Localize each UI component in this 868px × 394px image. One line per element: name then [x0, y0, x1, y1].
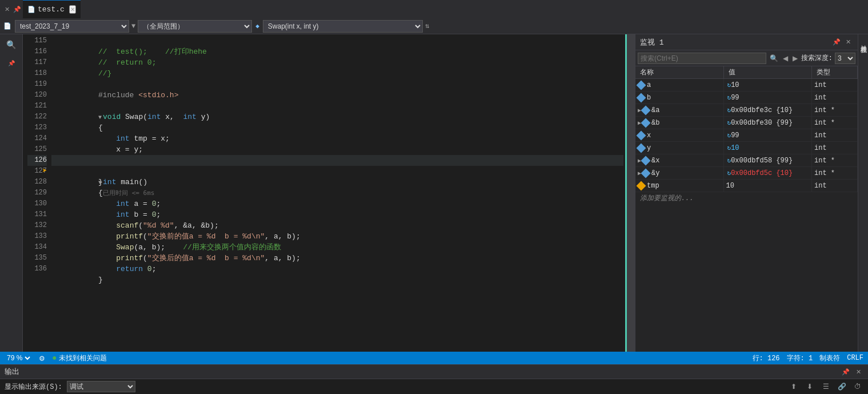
- editor-area[interactable]: 115 116 117 118 119 120 121 122 123 124 …: [23, 34, 635, 352]
- scope-selector[interactable]: （全局范围）: [138, 20, 252, 33]
- zoom-select[interactable]: 79 %: [5, 353, 32, 363]
- right-panel-label[interactable]: 并行堆栈 1: [859, 41, 867, 49]
- watch-panel-header: 监视 1 📌 ✕: [635, 34, 858, 50]
- watch-row-x[interactable]: x ↻ 99 int: [635, 129, 858, 142]
- watch-cell-name-a: a: [635, 79, 724, 91]
- watch-cell-name-addr-x: ▶ &x: [635, 154, 724, 166]
- output-pin-icon[interactable]: 📌: [841, 367, 851, 377]
- watch-cell-type-a: int: [812, 79, 858, 91]
- status-settings-icon[interactable]: ⚙: [39, 354, 45, 363]
- diamond-icon-addr-a: [641, 105, 651, 115]
- code-line-128: {: [51, 177, 623, 188]
- code-line-116: // return 0;: [51, 46, 623, 57]
- refresh-icon-addr-a: ↻: [727, 106, 731, 114]
- watch-pin-icon[interactable]: 📌: [831, 37, 842, 47]
- watch-cell-name-x: x: [635, 129, 724, 141]
- watch-row-a[interactable]: a ↻ 10 int: [635, 79, 858, 91]
- output-link-icon[interactable]: 🔗: [836, 381, 847, 392]
- status-ok-icon: ●: [52, 353, 57, 363]
- pin-sidebar-icon[interactable]: 📌: [3, 55, 19, 71]
- watch-close-icon[interactable]: ✕: [843, 37, 853, 47]
- code-line-135: return 0;: [51, 253, 623, 264]
- diamond-icon-addr-y: [641, 168, 651, 178]
- watch-row-y[interactable]: y ↻ 10 int: [635, 142, 858, 154]
- output-scroll-up-icon[interactable]: ⬆: [788, 381, 799, 392]
- tab-info: 制表符: [819, 353, 840, 363]
- code-line-119: #include <stdio.h>: [51, 79, 623, 90]
- toolbar-file-icon: 📄: [1, 22, 14, 30]
- code-line-120: [51, 90, 623, 101]
- diamond-icon-a: [637, 80, 646, 90]
- output-title: 输出: [5, 367, 19, 377]
- watch-cell-name-addr-a: ▶ &a: [635, 104, 724, 116]
- depth-select[interactable]: 3: [835, 53, 855, 64]
- settings-icon: ⚙: [39, 355, 45, 363]
- line-numbers: 115 116 117 118 119 120 121 122 123 124 …: [23, 34, 51, 352]
- watch-cell-name-b: b: [635, 91, 724, 104]
- editor-scrollbar[interactable]: [627, 34, 635, 352]
- output-scroll-down-icon[interactable]: ⬇: [804, 381, 815, 392]
- output-source-select[interactable]: 调试: [67, 381, 135, 392]
- search-icon[interactable]: 🔍: [3, 37, 19, 53]
- code-line-118: [51, 68, 623, 79]
- watch-row-addr-y[interactable]: ▶ &y ↻ 0x00dbfd5c {10} int *: [635, 167, 858, 180]
- zoom-control[interactable]: 79 %: [5, 353, 32, 363]
- output-menu-icon[interactable]: ☰: [820, 381, 831, 392]
- watch-search-input[interactable]: [638, 53, 766, 64]
- main-area: 🔍 📌 115 116 117 118 119 120 121 122 123 …: [0, 34, 868, 352]
- output-timer-icon[interactable]: ⏱: [852, 381, 863, 392]
- status-tab: 制表符: [819, 353, 840, 363]
- refresh-icon-addr-x: ↻: [727, 157, 731, 164]
- scope-arrow: ▼: [130, 22, 137, 30]
- refresh-icon-x: ↻: [727, 132, 731, 139]
- watch-cell-value-tmp: 10: [724, 180, 813, 192]
- watch-cell-value-addr-a: ↻ 0x00dbfe3c {10}: [724, 104, 813, 116]
- watch-col-name: 名称: [635, 66, 724, 78]
- func-arrow-down: ⇅: [424, 22, 430, 30]
- watch-row-b[interactable]: b ↻ 99 int: [635, 91, 858, 104]
- file-tab-name: test.c: [38, 5, 65, 14]
- code-line-127: ▼int main(): [51, 166, 623, 177]
- output-body: 显示输出来源(S): 调试 ⬆ ⬇ ☰ 🔗 ⏱: [0, 379, 868, 394]
- watch-cell-type-addr-a: int *: [812, 104, 858, 116]
- add-watch-row[interactable]: 添加要监视的...: [635, 192, 858, 204]
- status-char: 字符: 1: [787, 353, 813, 363]
- debug-arrow-icon: ➤: [42, 166, 47, 177]
- watch-col-type: 类型: [812, 66, 858, 78]
- refresh-icon-y: ↻: [727, 144, 731, 152]
- status-line-ending: CRLF: [847, 354, 863, 362]
- file-tab-close[interactable]: ✕: [69, 5, 76, 14]
- watch-row-tmp[interactable]: tmp 10 int: [635, 180, 858, 192]
- code-line-121: ▼void Swap(int x, int y): [51, 101, 623, 112]
- watch-row-addr-a[interactable]: ▶ &a ↻ 0x00dbfe3c {10} int *: [635, 104, 858, 117]
- watch-cell-value-b: ↻ 99: [724, 91, 813, 104]
- diamond-orange-icon-tmp: [637, 181, 646, 190]
- code-line-133: Swap(a, b); //用来交换两个值内容的函数: [51, 231, 623, 242]
- refresh-icon-addr-y: ↻: [727, 169, 731, 177]
- left-sidebar: 🔍 📌: [0, 34, 23, 352]
- status-problem: ● 未找到相关问题: [52, 353, 107, 363]
- watch-cell-type-addr-y: int *: [812, 167, 858, 179]
- watch-row-addr-x[interactable]: ▶ &x ↻ 0x00dbfd58 {99} int *: [635, 154, 858, 167]
- watch-toolbar: 🔍 ◀ ▶ 搜索深度: 3: [635, 50, 858, 66]
- func-selector[interactable]: Swap(int x, int y): [263, 20, 423, 33]
- watch-back-icon[interactable]: ◀: [782, 54, 789, 62]
- watch-cell-type-x: int: [812, 129, 858, 141]
- output-close-icon[interactable]: ✕: [853, 367, 863, 377]
- watch-cell-value-addr-b: ↻ 0x00dbfe30 {99}: [724, 117, 813, 129]
- add-watch-text: 添加要监视的...: [640, 194, 694, 202]
- watch-panel: 监视 1 📌 ✕ 🔍 ◀ ▶ 搜索深度: 3 名称 值 类型: [635, 34, 858, 352]
- pin-icon[interactable]: 📌: [13, 5, 22, 14]
- file-selector[interactable]: test_2023_7_19: [15, 20, 129, 33]
- watch-forward-icon[interactable]: ▶: [791, 54, 799, 62]
- file-tab[interactable]: 📄 test.c ✕: [23, 0, 81, 18]
- minimap-fill: [625, 34, 627, 352]
- refresh-icon-b: ↻: [727, 94, 731, 101]
- output-header: 输出 📌 ✕: [0, 365, 868, 379]
- watch-panel-title: 监视 1: [640, 37, 829, 47]
- diamond-icon-addr-b: [641, 118, 651, 128]
- close-icon[interactable]: ✕: [2, 5, 11, 14]
- watch-cell-type-addr-b: int *: [812, 117, 858, 129]
- watch-search-icon[interactable]: 🔍: [769, 54, 779, 62]
- watch-row-addr-b[interactable]: ▶ &b ↻ 0x00dbfe30 {99} int *: [635, 117, 858, 129]
